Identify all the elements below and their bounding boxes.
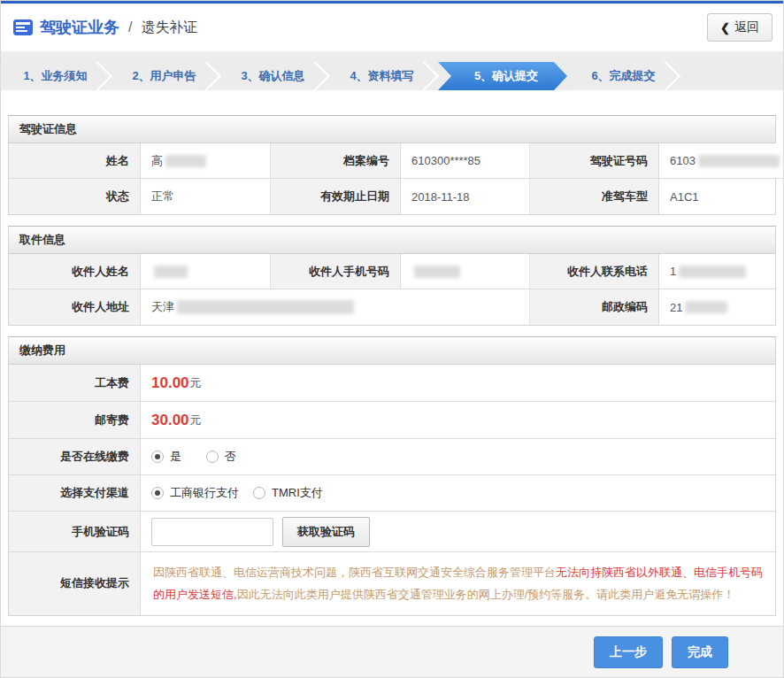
license-no-value: 6103 [659, 143, 784, 179]
radio-selected-icon [151, 487, 164, 499]
step-2-user-declaration[interactable]: 2、用户申告 [110, 62, 219, 90]
sms-code-label: 手机验证码 [9, 512, 141, 552]
back-button-label: 返回 [734, 19, 759, 35]
breadcrumb-separator: / [128, 19, 132, 35]
get-code-button[interactable]: 获取验证码 [282, 517, 370, 547]
license-no-label: 驾驶证号码 [530, 143, 659, 179]
recipient-name-label: 收件人姓名 [9, 254, 141, 289]
step-bar-filler [678, 62, 783, 90]
step-progress-bar: 1、业务须知 2、用户申告 3、确认信息 4、资料填写 5、确认提交 6、完成提… [1, 62, 783, 90]
table-row: 邮寄费 30.00元 [9, 402, 775, 439]
table-row: 短信接收提示 因陕西省联通、电信运营商技术问题，陕西省互联网交通安全综合服务管理… [9, 552, 775, 615]
name-value: 高 [141, 143, 271, 179]
license-form-icon [13, 19, 33, 35]
recipient-phone-label: 收件人联系电话 [530, 254, 659, 289]
recipient-mobile-label: 收件人手机号码 [271, 254, 401, 289]
sms-notice-label: 短信接收提示 [9, 552, 141, 615]
work-fee-label: 工本费 [9, 365, 141, 402]
payment-section: 缴纳费用 工本费 10.00元 邮寄费 30.00元 是否在线缴费 是 否 选择… [8, 336, 776, 616]
step-1-business-notice[interactable]: 1、业务须知 [1, 62, 110, 90]
radio-unselected-icon [253, 487, 265, 499]
vehicle-class-label: 准驾车型 [530, 179, 659, 214]
file-no-label: 档案编号 [271, 143, 401, 179]
license-section-title: 驾驶证信息 [9, 116, 775, 143]
notice-segment: 因陕西省联通、电信运营商技术问题，陕西省互联网交通安全综合服务管理平台 [153, 566, 556, 579]
radio-channel-icbc[interactable]: 工商银行支付 [151, 485, 239, 501]
table-row: 工本费 10.00元 [9, 365, 775, 402]
redacted-blur [414, 266, 460, 278]
redacted-blur [177, 300, 354, 314]
channel-label: 选择支付渠道 [9, 475, 141, 512]
table-row: 状态 正常 有效期止日期 2018-11-18 准驾车型 A1C1 [9, 179, 775, 214]
step-4-fill-materials[interactable]: 4、资料填写 [327, 62, 436, 90]
footer-action-bar: 上一步 完成 [1, 626, 783, 677]
redacted-blur [679, 266, 746, 278]
address-label: 收件人地址 [9, 289, 141, 325]
expiry-value: 2018-11-18 [401, 179, 530, 214]
radio-selected-icon [151, 451, 164, 463]
radio-unselected-icon [206, 451, 219, 463]
online-pay-options: 是 否 [141, 439, 775, 475]
page-subtitle: 遗失补证 [141, 19, 197, 37]
recipient-mobile-value [401, 254, 530, 289]
table-row: 选择支付渠道 工商银行支付 TMRI支付 [9, 475, 775, 512]
notice-segment: 因此无法向此类用户提供陕西省交通管理业务的网上办理/预约等服务。请此类用户避免无… [237, 588, 735, 601]
sms-notice-text: 因陕西省联通、电信运营商技术问题，陕西省互联网交通安全综合服务管理平台无法向持陕… [141, 552, 775, 615]
chevron-left-icon: ❮ [720, 21, 730, 35]
recipient-phone-value: 1 [659, 254, 775, 289]
status-value: 正常 [141, 179, 271, 214]
redacted-blur [685, 301, 727, 313]
redacted-blur [165, 155, 206, 167]
pickup-section-title: 取件信息 [9, 227, 775, 254]
redacted-blur [154, 266, 188, 278]
redacted-blur [698, 155, 780, 167]
radio-online-no[interactable]: 否 [206, 449, 236, 465]
page-header: 驾驶证业务 / 遗失补证 ❮ 返回 [1, 4, 783, 51]
table-row: 手机验证码 获取验证码 [9, 512, 775, 552]
page-title: 驾驶证业务 [40, 17, 119, 38]
sms-code-input[interactable] [151, 518, 273, 546]
payment-section-title: 缴纳费用 [9, 337, 775, 365]
pickup-info-section: 取件信息 收件人姓名 收件人手机号码 收件人联系电话 1 收件人地址 天津 邮政… [8, 226, 776, 326]
breadcrumb: 驾驶证业务 / 遗失补证 [13, 17, 197, 38]
address-value: 天津 [141, 289, 530, 325]
radio-online-yes[interactable]: 是 [151, 449, 181, 465]
post-fee-label: 邮寄费 [9, 402, 141, 439]
sms-code-field: 获取验证码 [141, 512, 775, 552]
channel-options: 工商银行支付 TMRI支付 [141, 475, 775, 512]
postcode-label: 邮政编码 [530, 289, 659, 325]
radio-channel-tmri[interactable]: TMRI支付 [253, 485, 323, 501]
table-row: 是否在线缴费 是 否 [9, 439, 775, 475]
finish-button[interactable]: 完成 [672, 636, 728, 668]
online-pay-label: 是否在线缴费 [9, 439, 141, 475]
status-label: 状态 [9, 179, 141, 214]
license-info-section: 驾驶证信息 姓名 高 档案编号 610300****85 驾驶证号码 6103 … [8, 115, 776, 215]
back-button[interactable]: ❮ 返回 [707, 13, 772, 42]
postcode-value: 21 [659, 289, 775, 325]
header-divider-strip [1, 51, 783, 62]
work-fee-value: 10.00元 [141, 365, 775, 402]
table-row: 收件人姓名 收件人手机号码 收件人联系电话 1 [9, 254, 775, 289]
vehicle-class-value: A1C1 [659, 179, 775, 214]
recipient-name-value [141, 254, 271, 289]
file-no-value: 610300****85 [401, 143, 530, 179]
name-label: 姓名 [9, 143, 141, 179]
expiry-label: 有效期止日期 [271, 179, 401, 214]
post-fee-value: 30.00元 [141, 402, 775, 439]
step-6-complete-submit[interactable]: 6、完成提交 [569, 62, 678, 90]
table-row: 姓名 高 档案编号 610300****85 驾驶证号码 6103 [9, 143, 775, 179]
step-3-confirm-info[interactable]: 3、确认信息 [219, 62, 327, 90]
step-5-confirm-submit-active[interactable]: 5、确认提交 [438, 62, 567, 90]
previous-step-button[interactable]: 上一步 [594, 636, 663, 668]
table-row: 收件人地址 天津 邮政编码 21 [9, 289, 775, 325]
